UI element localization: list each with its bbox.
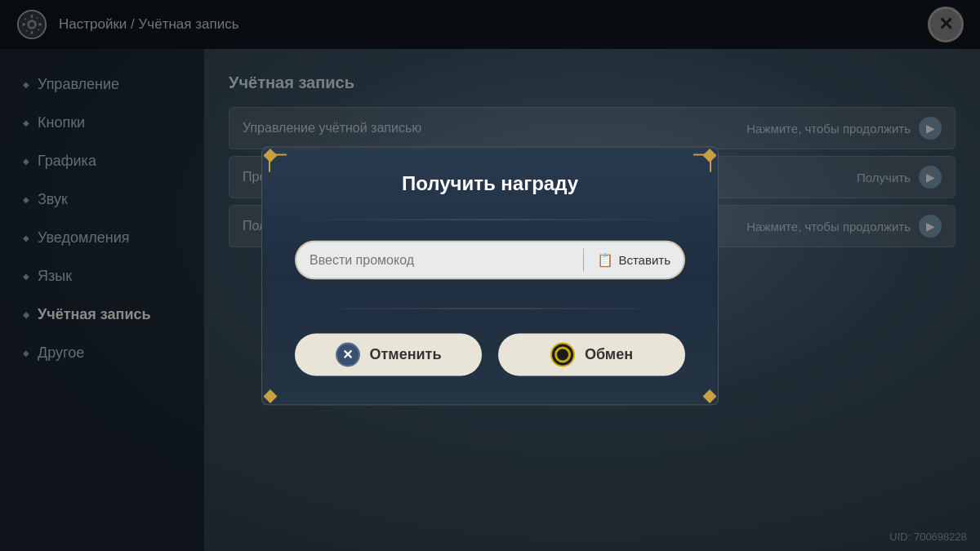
paste-label: Вставить (618, 253, 670, 267)
divider-bottom (295, 308, 685, 309)
exchange-button[interactable]: Обмен (498, 333, 685, 375)
exchange-label: Обмен (585, 346, 633, 363)
dialog-body: 📋 Вставить (295, 232, 685, 295)
divider-top (295, 219, 685, 220)
dialog-buttons: ✕ Отменить Обмен (295, 333, 685, 375)
dialog-title: Получить награду (295, 171, 685, 194)
paste-button[interactable]: 📋 Вставить (584, 252, 684, 268)
reward-dialog: Получить награду 📋 Вставить ✕ Отменить О… (261, 146, 719, 405)
promo-code-input[interactable] (296, 252, 583, 267)
corner-diamond-tr (703, 149, 717, 162)
exchange-icon (550, 342, 575, 367)
corner-diamond-tl (264, 149, 278, 162)
corner-diamond-bl (264, 389, 278, 403)
cancel-label: Отменить (370, 346, 442, 363)
cancel-icon: ✕ (336, 342, 360, 367)
cancel-button[interactable]: ✕ Отменить (295, 333, 482, 375)
promo-input-row[interactable]: 📋 Вставить (295, 240, 685, 279)
corner-diamond-br (703, 389, 717, 403)
clipboard-icon: 📋 (597, 252, 613, 268)
